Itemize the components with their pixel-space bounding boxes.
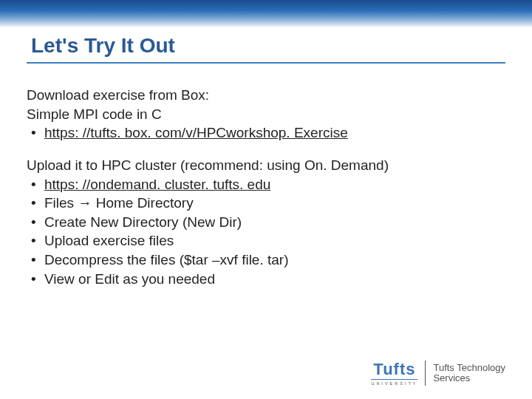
tufts-logo: Tufts UNIVERSITY <box>371 361 417 386</box>
tufts-wordmark: Tufts <box>373 361 415 378</box>
logo-divider <box>425 361 426 386</box>
download-bullets: https: //tufts. box. com/v/HPCworkshop. … <box>27 123 505 143</box>
footer-logo-area: Tufts UNIVERSITY Tufts Technology Servic… <box>371 361 505 386</box>
header-gradient-bar <box>0 0 532 27</box>
download-line-1: Download exercise from Box: <box>27 86 505 105</box>
list-item: Upload exercise files <box>27 231 505 250</box>
upload-line-1: Upload it to HPC cluster (recommend: usi… <box>27 156 505 175</box>
list-item: Files → Home Directory <box>27 194 505 213</box>
tufts-university-label: UNIVERSITY <box>371 379 417 386</box>
list-item: View or Edit as you needed <box>27 270 505 289</box>
slide-title: Let's Try It Out <box>27 34 505 58</box>
list-item: https: //ondemand. cluster. tufts. edu <box>27 175 505 194</box>
section-download: Download exercise from Box: Simple MPI c… <box>27 86 505 143</box>
tts-line-1: Tufts Technology <box>433 363 505 373</box>
tts-line-2: Services <box>433 373 505 383</box>
download-line-2: Simple MPI code in C <box>27 105 505 124</box>
list-item: Create New Directory (New Dir) <box>27 213 505 232</box>
section-upload: Upload it to HPC cluster (recommend: usi… <box>27 156 505 288</box>
list-item: Decompress the files ($tar –xvf file. ta… <box>27 250 505 270</box>
upload-bullets: https: //ondemand. cluster. tufts. edu F… <box>27 175 505 289</box>
content-area: Download exercise from Box: Simple MPI c… <box>27 86 505 288</box>
title-container: Let's Try It Out <box>27 34 505 64</box>
tufts-technology-services-label: Tufts Technology Services <box>433 363 505 384</box>
ondemand-link[interactable]: https: //ondemand. cluster. tufts. edu <box>44 177 270 192</box>
list-item: https: //tufts. box. com/v/HPCworkshop. … <box>27 123 505 143</box>
box-link[interactable]: https: //tufts. box. com/v/HPCworkshop. … <box>44 125 348 140</box>
